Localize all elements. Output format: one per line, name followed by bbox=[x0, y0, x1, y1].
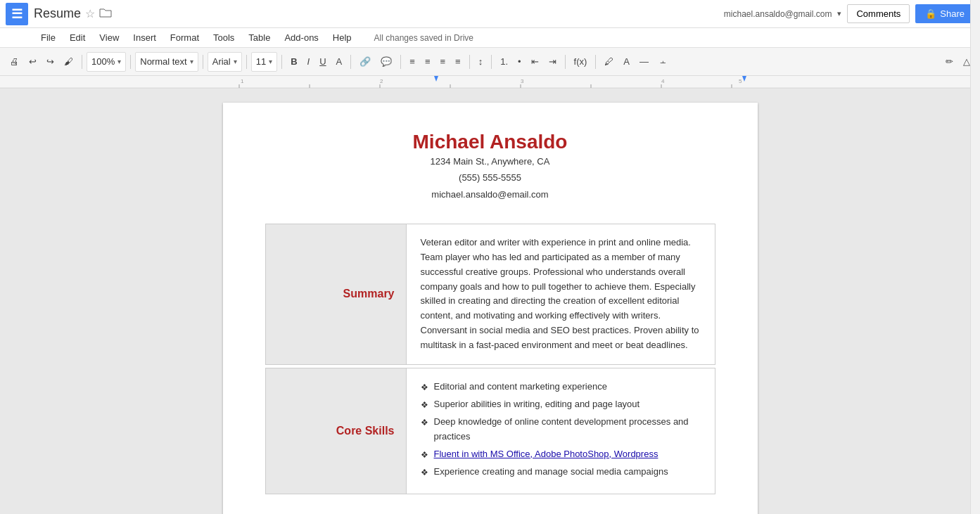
link-button[interactable]: 🔗 bbox=[355, 53, 375, 70]
skills-section: Core Skills ❖ Editorial and content mark… bbox=[265, 368, 715, 494]
top-bar: ☰ Resume ☆ michael.ansaldo@gmail.com ▾ C… bbox=[0, 0, 980, 28]
bullet-2: ❖ bbox=[421, 399, 428, 412]
summary-label-cell: Summary bbox=[266, 224, 407, 364]
share-lock-icon: 🔒 bbox=[925, 8, 936, 19]
svg-text:1: 1 bbox=[241, 78, 244, 84]
line-spacing-button[interactable]: ↕ bbox=[474, 53, 488, 70]
bullet-1: ❖ bbox=[421, 381, 428, 394]
skill-text-4[interactable]: Fluent in with MS Office, Adobe PhotoSho… bbox=[434, 447, 658, 462]
svg-text:3: 3 bbox=[521, 78, 524, 84]
menu-format[interactable]: Format bbox=[165, 31, 205, 44]
skills-label: Core Skills bbox=[336, 425, 395, 437]
line-button[interactable]: — bbox=[635, 53, 653, 70]
font-dropdown[interactable]: Arial ▾ bbox=[208, 52, 242, 72]
menu-insert[interactable]: Insert bbox=[127, 31, 162, 44]
undo-button[interactable]: ↩ bbox=[25, 53, 41, 70]
resume-email: michael.ansaldo@email.com bbox=[265, 186, 715, 203]
doc-title-area: Resume ☆ bbox=[34, 6, 718, 21]
menu-bar: File Edit View Insert Format Tools Table… bbox=[0, 28, 980, 48]
bullet-3: ❖ bbox=[421, 416, 428, 430]
separator-11 bbox=[595, 55, 596, 69]
justify-button[interactable]: ≡ bbox=[451, 53, 465, 70]
size-dropdown[interactable]: 11 ▾ bbox=[251, 52, 277, 72]
font-arrow: ▾ bbox=[234, 58, 237, 65]
document-area[interactable]: Michael Ansaldo 1234 Main St., Anywhere,… bbox=[0, 89, 980, 514]
summary-section: Summary Veteran editor and writer with e… bbox=[265, 224, 715, 364]
indent-less-button[interactable]: ⇤ bbox=[527, 53, 543, 70]
separator-1 bbox=[82, 55, 82, 69]
text-color-button[interactable]: A bbox=[332, 53, 347, 70]
svg-text:4: 4 bbox=[661, 78, 665, 84]
separator-4 bbox=[246, 55, 247, 69]
separator-2 bbox=[130, 55, 131, 69]
summary-content[interactable]: Veteran editor and writer with experienc… bbox=[407, 224, 715, 364]
skill-text-3: Deep knowledge of online content develop… bbox=[434, 415, 701, 444]
toolbar: 🖨 ↩ ↪ 🖌 100% ▾ Normal text ▾ Arial ▾ 11 … bbox=[0, 48, 980, 76]
svg-text:5: 5 bbox=[739, 78, 742, 84]
underline-button[interactable]: U bbox=[315, 53, 330, 70]
align-center-button[interactable]: ≡ bbox=[421, 53, 435, 70]
menu-tools[interactable]: Tools bbox=[208, 31, 240, 44]
document-page[interactable]: Michael Ansaldo 1234 Main St., Anywhere,… bbox=[223, 103, 758, 514]
menu-view[interactable]: View bbox=[94, 31, 125, 44]
unordered-list-button[interactable]: • bbox=[514, 53, 526, 70]
ruler: 1 2 3 4 5 bbox=[0, 76, 980, 89]
skill-text-1: Editorial and content marketing experien… bbox=[434, 380, 607, 394]
style-dropdown[interactable]: Normal text ▾ bbox=[135, 52, 198, 72]
resume-phone: (555) 555-5555 bbox=[265, 169, 715, 186]
skill-item-3: ❖ Deep knowledge of online content devel… bbox=[421, 415, 701, 444]
user-email: michael.ansaldo@gmail.com bbox=[724, 9, 832, 19]
zoom-value: 100% bbox=[91, 56, 115, 67]
separator-6 bbox=[350, 55, 351, 69]
bullet-4: ❖ bbox=[421, 449, 428, 462]
menu-table[interactable]: Table bbox=[243, 31, 276, 44]
comment-button[interactable]: 💬 bbox=[376, 53, 396, 70]
resume-address: 1234 Main St., Anywhere, CA bbox=[265, 153, 715, 169]
save-status: All changes saved in Drive bbox=[374, 33, 473, 43]
menu-addons[interactable]: Add-ons bbox=[279, 31, 324, 44]
skill-item-4: ❖ Fluent in with MS Office, Adobe PhotoS… bbox=[421, 447, 701, 462]
share-button[interactable]: 🔒 Share bbox=[915, 4, 974, 23]
star-icon[interactable]: ☆ bbox=[85, 7, 95, 20]
user-area: michael.ansaldo@gmail.com ▾ Comments 🔒 S… bbox=[724, 4, 974, 23]
zoom-arrow: ▾ bbox=[117, 58, 121, 65]
separator-7 bbox=[400, 55, 401, 69]
separator-9 bbox=[491, 55, 492, 69]
paint-format-button[interactable]: 🖌 bbox=[60, 53, 77, 70]
comments-button[interactable]: Comments bbox=[847, 4, 910, 23]
share-label: Share bbox=[940, 8, 965, 19]
menu-help[interactable]: Help bbox=[327, 31, 357, 44]
svg-rect-0 bbox=[0, 76, 980, 89]
separator-10 bbox=[565, 55, 566, 69]
separator-8 bbox=[469, 55, 470, 69]
menu-edit[interactable]: Edit bbox=[64, 31, 91, 44]
highlight-color-button[interactable]: 🖊 bbox=[600, 53, 618, 70]
email-dropdown-arrow[interactable]: ▾ bbox=[837, 9, 841, 18]
columns-button[interactable]: ⫠ bbox=[654, 53, 672, 70]
text-bg-color-button[interactable]: A bbox=[619, 53, 634, 70]
resume-header: Michael Ansaldo 1234 Main St., Anywhere,… bbox=[265, 131, 715, 203]
pen-button[interactable]: ✏ bbox=[941, 53, 957, 70]
formula-button[interactable]: f(x) bbox=[570, 53, 592, 70]
zoom-dropdown[interactable]: 100% ▾ bbox=[87, 52, 126, 72]
font-value: Arial bbox=[212, 56, 231, 67]
skill-item-1: ❖ Editorial and content marketing experi… bbox=[421, 380, 701, 394]
indent-more-button[interactable]: ⇥ bbox=[545, 53, 561, 70]
svg-text:2: 2 bbox=[380, 78, 383, 84]
menu-file[interactable]: File bbox=[35, 31, 61, 44]
folder-icon[interactable] bbox=[99, 8, 112, 20]
doc-title[interactable]: Resume bbox=[34, 6, 81, 21]
skills-content[interactable]: ❖ Editorial and content marketing experi… bbox=[407, 368, 715, 494]
align-left-button[interactable]: ≡ bbox=[405, 53, 419, 70]
app-icon: ☰ bbox=[6, 3, 28, 25]
redo-button[interactable]: ↪ bbox=[42, 53, 58, 70]
print-button[interactable]: 🖨 bbox=[6, 53, 23, 70]
skill-text-5: Experience creating and manage social me… bbox=[434, 465, 668, 480]
skill-item-2: ❖ Superior abilities in writing, editing… bbox=[421, 397, 701, 412]
scrollbar-area[interactable] bbox=[970, 0, 980, 514]
bold-button[interactable]: B bbox=[286, 53, 301, 70]
ordered-list-button[interactable]: 1. bbox=[496, 53, 512, 70]
align-right-button[interactable]: ≡ bbox=[435, 53, 450, 70]
italic-button[interactable]: I bbox=[303, 53, 314, 70]
separator-5 bbox=[281, 55, 282, 69]
